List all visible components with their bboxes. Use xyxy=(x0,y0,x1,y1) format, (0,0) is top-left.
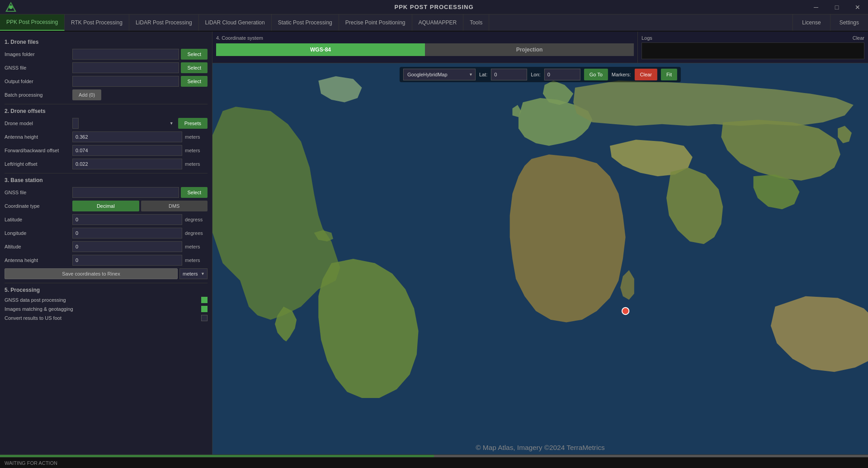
forward-backward-row: Forward/backward offset meters xyxy=(5,145,208,156)
forward-backward-label: Forward/backward offset xyxy=(5,148,72,153)
base-gnss-file-row: GNSS file Select xyxy=(5,187,208,198)
lat-input[interactable] xyxy=(491,69,527,80)
images-folder-input[interactable] xyxy=(72,49,179,60)
drone-model-label: Drone model xyxy=(5,121,72,126)
map-marker[interactable] xyxy=(622,308,629,314)
batch-add-button[interactable]: Add (0) xyxy=(72,89,101,100)
settings-button[interactable]: Settings xyxy=(830,14,868,31)
latitude-input[interactable] xyxy=(72,214,182,225)
tab-bar: PPK Post Processing RTK Post Processing … xyxy=(0,14,868,32)
altitude-input[interactable] xyxy=(72,241,182,252)
tab-lidar-post-processing[interactable]: LiDAR Post Processing xyxy=(129,14,199,31)
left-right-label: Left/right offset xyxy=(5,161,72,167)
output-folder-select-button[interactable]: Select xyxy=(181,76,208,87)
goto-button[interactable]: Go To xyxy=(584,69,608,80)
images-folder-select-button[interactable]: Select xyxy=(181,49,208,60)
left-right-unit: meters xyxy=(185,161,208,167)
base-antenna-height-row: Antenna height meters xyxy=(5,255,208,266)
images-matching-label: Images matching & geotagging xyxy=(5,306,73,312)
save-coordinates-unit-select[interactable]: meters feet xyxy=(179,268,208,279)
status-bar: WAITING FOR ACTION xyxy=(0,457,868,468)
lon-label: Lon: xyxy=(531,72,540,77)
window-title: PPK POST PROCESSING xyxy=(394,4,473,10)
convert-us-foot-checkbox[interactable] xyxy=(201,315,208,321)
base-antenna-height-input[interactable] xyxy=(72,255,182,266)
images-folder-row: Images folder Select xyxy=(5,49,208,60)
base-antenna-height-unit: meters xyxy=(185,257,208,263)
map-type-select[interactable]: GoogleHybridMap GoogleSatellite GoogleMa… xyxy=(403,69,476,80)
images-folder-label: Images folder xyxy=(5,51,72,57)
minimize-button[interactable]: ─ xyxy=(806,0,826,14)
longitude-label: Longitude xyxy=(5,230,72,236)
latitude-unit: degress xyxy=(185,217,208,222)
map-type-wrapper: GoogleHybridMap GoogleSatellite GoogleMa… xyxy=(403,69,476,80)
close-button[interactable]: ✕ xyxy=(847,0,868,14)
tab-aquamapper[interactable]: AQUAMAPPER xyxy=(412,14,464,31)
titlebar: PPK POST PROCESSING ─ □ ✕ xyxy=(0,0,868,14)
drone-model-select[interactable] xyxy=(72,118,79,129)
convert-us-foot-label: Convert results to US foot xyxy=(5,315,61,321)
svg-point-2 xyxy=(9,5,13,9)
coordinate-system-panel: 4. Coordinate system WGS-84 Projection xyxy=(212,32,637,63)
gnss-file-row: GNSS file Select xyxy=(5,62,208,73)
markers-label: Markers: xyxy=(612,72,631,77)
main-content: 1. Drone files Images folder Select GNSS… xyxy=(0,32,868,454)
convert-us-foot-row: Convert results to US foot xyxy=(5,315,208,321)
tab-rtk-post-processing[interactable]: RTK Post Processing xyxy=(65,14,129,31)
forward-backward-input[interactable] xyxy=(72,145,182,156)
tab-precise-point-positioning[interactable]: Precise Point Positioning xyxy=(339,14,412,31)
drone-model-row: Drone model Presets xyxy=(5,118,208,129)
altitude-label: Altitude xyxy=(5,244,72,249)
longitude-input[interactable] xyxy=(72,228,182,239)
decimal-button[interactable]: Decimal xyxy=(72,201,139,211)
status-text: WAITING FOR ACTION xyxy=(5,460,57,466)
section-base-station-title: 3. Base station xyxy=(5,177,208,183)
longitude-row: Longitude degrees xyxy=(5,228,208,239)
left-right-row: Left/right offset meters xyxy=(5,159,208,169)
presets-button[interactable]: Presets xyxy=(178,118,208,129)
world-map-svg: © Map Atlas, Imagery ©2024 TerraMetrics xyxy=(212,63,868,454)
antenna-height-unit: meters xyxy=(185,134,208,140)
dms-button[interactable]: DMS xyxy=(141,201,208,211)
logs-clear-button[interactable]: Clear xyxy=(853,35,864,41)
tab-static-post-processing[interactable]: Static Post Processing xyxy=(272,14,339,31)
antenna-height-row: Antenna height meters xyxy=(5,131,208,142)
app-logo xyxy=(5,1,17,14)
maximize-button[interactable]: □ xyxy=(826,0,847,14)
logs-title: Logs xyxy=(642,35,652,41)
altitude-row: Altitude meters xyxy=(5,241,208,252)
output-folder-input[interactable] xyxy=(72,76,179,87)
images-matching-row: Images matching & geotagging xyxy=(5,306,208,312)
coord-system-title: 4. Coordinate system xyxy=(216,35,634,41)
save-coordinates-button[interactable]: Save coordinates to Rinex xyxy=(5,268,178,279)
base-antenna-height-label: Antenna height xyxy=(5,257,72,263)
forward-backward-unit: meters xyxy=(185,148,208,153)
longitude-unit: degrees xyxy=(185,230,208,236)
antenna-height-label: Antenna height xyxy=(5,134,72,140)
projection-tab[interactable]: Projection xyxy=(425,43,634,56)
gnss-processing-row: GNSS data post processing xyxy=(5,297,208,303)
antenna-height-input[interactable] xyxy=(72,131,182,142)
license-button[interactable]: License xyxy=(793,14,830,31)
fit-button[interactable]: Fit xyxy=(661,69,677,80)
gnss-file-label: GNSS file xyxy=(5,65,72,70)
window-controls: ─ □ ✕ xyxy=(806,0,868,14)
batch-processing-row: Batch processing Add (0) xyxy=(5,89,208,100)
base-gnss-file-label: GNSS file xyxy=(5,190,72,195)
lon-input[interactable] xyxy=(544,69,580,80)
wgs84-tab[interactable]: WGS-84 xyxy=(216,43,425,56)
left-right-input[interactable] xyxy=(72,159,182,169)
markers-clear-button[interactable]: Clear xyxy=(635,69,657,80)
world-map[interactable]: © Map Atlas, Imagery ©2024 TerraMetrics xyxy=(212,63,868,454)
tab-lidar-cloud-generation[interactable]: LiDAR Cloud Generation xyxy=(199,14,272,31)
logs-header: Logs Clear xyxy=(642,35,864,41)
gnss-file-input[interactable] xyxy=(72,62,179,73)
gnss-file-select-button[interactable]: Select xyxy=(181,62,208,73)
base-gnss-file-input[interactable] xyxy=(72,187,179,198)
tab-ppk-post-processing[interactable]: PPK Post Processing xyxy=(0,14,65,31)
map-section: GoogleHybridMap GoogleSatellite GoogleMa… xyxy=(212,63,868,454)
images-matching-checkbox[interactable] xyxy=(201,306,208,312)
gnss-processing-checkbox[interactable] xyxy=(201,297,208,303)
base-gnss-select-button[interactable]: Select xyxy=(181,187,208,198)
tab-tools[interactable]: Tools xyxy=(463,14,489,31)
